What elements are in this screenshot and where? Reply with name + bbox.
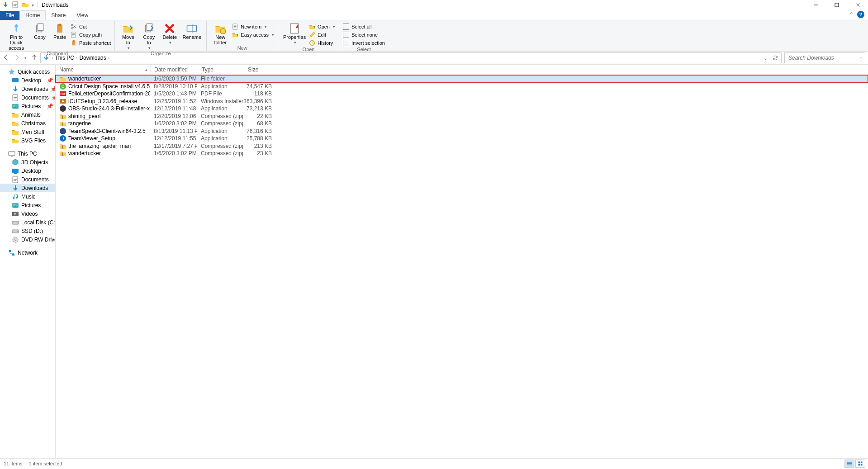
- easy-access-icon: [232, 32, 238, 38]
- file-row[interactable]: the_amazing_spider_man12/17/2019 7:27 PM…: [56, 142, 868, 150]
- file-row[interactable]: TeamViewer_Setup12/12/2019 11:55 ...Appl…: [56, 135, 868, 142]
- nav-pc-item[interactable]: Local Disk (C:): [0, 218, 55, 227]
- nav-quick-item[interactable]: Downloads📌: [0, 85, 55, 93]
- nav-pc-item[interactable]: DVD RW Drive (I:) R(: [0, 235, 55, 244]
- nav-quick-item[interactable]: Pictures📌: [0, 102, 55, 110]
- easy-access-button[interactable]: Easy access▾: [232, 31, 274, 38]
- qat-folder-icon[interactable]: [22, 1, 29, 9]
- cell-size: 74,547 KB: [243, 83, 275, 90]
- view-details-button[interactable]: [844, 460, 854, 468]
- select-all-button[interactable]: Select all: [343, 23, 385, 30]
- nav-item-label: Downloads: [21, 185, 48, 191]
- msi-icon: [59, 98, 66, 105]
- qat-file-icon[interactable]: [12, 1, 19, 9]
- close-button[interactable]: [847, 0, 868, 10]
- cell-date: 12/17/2019 7:27 PM: [150, 143, 197, 149]
- optical-icon: [12, 236, 19, 243]
- nav-quick-item[interactable]: Documents📌: [0, 93, 55, 102]
- search-box[interactable]: [784, 52, 865, 63]
- nav-pc-item[interactable]: Desktop: [0, 166, 55, 175]
- tab-file[interactable]: File: [0, 11, 19, 20]
- copy-to-button[interactable]: Copy to▾: [139, 22, 158, 51]
- nav-pc-item[interactable]: Videos: [0, 209, 55, 218]
- nav-pc-item[interactable]: Pictures: [0, 201, 55, 209]
- file-row[interactable]: wandertucker1/6/2020 9:59 PMFile folder: [56, 75, 868, 83]
- invert-selection-button[interactable]: Invert selection: [343, 39, 385, 47]
- nav-pc-item[interactable]: Music: [0, 192, 55, 201]
- header-type[interactable]: Type: [198, 65, 244, 75]
- nav-this-pc[interactable]: This PC: [0, 149, 55, 158]
- tab-view[interactable]: View: [71, 11, 94, 20]
- header-name[interactable]: Name▴: [56, 65, 151, 75]
- tab-home[interactable]: Home: [19, 10, 46, 20]
- ribbon-collapse-icon[interactable]: ⌃: [849, 11, 854, 18]
- properties-button[interactable]: Properties▾: [282, 22, 307, 45]
- documents-icon: [12, 94, 19, 101]
- cell-date: 8/13/2019 11:13 PM: [150, 128, 197, 134]
- nav-pc-item[interactable]: Downloads: [0, 184, 55, 192]
- copy-icon: [33, 23, 47, 34]
- nav-pc-item[interactable]: Documents: [0, 175, 55, 184]
- qat-customize-icon[interactable]: ▾: [32, 3, 34, 8]
- maximize-button[interactable]: [826, 0, 847, 10]
- paste-shortcut-icon: [71, 40, 77, 46]
- move-to-button[interactable]: Move to▾: [119, 22, 138, 51]
- select-none-button[interactable]: Select none: [343, 31, 385, 38]
- nav-item-label: Pictures: [21, 202, 41, 208]
- search-input[interactable]: [787, 54, 858, 62]
- file-row[interactable]: wandertucker1/6/2020 3:02 PMCompressed (…: [56, 150, 868, 157]
- header-size[interactable]: Size: [244, 65, 273, 75]
- file-row[interactable]: TeamSpeak3-Client-win64-3.2.58/13/2019 1…: [56, 128, 868, 135]
- file-row[interactable]: OBS-Studio-24.0.3-Full-Installer-x6412/1…: [56, 105, 868, 113]
- copy-path-button[interactable]: Copy path: [71, 31, 111, 38]
- view-large-icons-button[interactable]: [855, 460, 865, 468]
- paste-button[interactable]: Paste: [51, 22, 69, 40]
- nav-quick-item[interactable]: Christmas: [0, 119, 55, 128]
- nav-quick-item[interactable]: Desktop📌: [0, 76, 55, 85]
- nav-quick-item[interactable]: SVG Files: [0, 136, 55, 145]
- navigation-pane[interactable]: Quick access Desktop📌Downloads📌Documents…: [0, 65, 56, 458]
- qat-down-arrow-icon[interactable]: [2, 1, 9, 9]
- nav-item-label: Music: [21, 194, 35, 200]
- nav-pc-item[interactable]: 3D Objects: [0, 158, 55, 166]
- minimize-button[interactable]: [806, 0, 826, 10]
- nav-quick-item[interactable]: Animals: [0, 110, 55, 119]
- file-name: TeamViewer_Setup: [68, 135, 115, 142]
- file-row[interactable]: FolioLetterDepositConfirmation-2020010..…: [56, 90, 868, 98]
- folder-icon: [59, 75, 66, 82]
- file-row[interactable]: shining_pearl12/20/2019 12:06 ...Compres…: [56, 113, 868, 120]
- file-row[interactable]: tangerine1/6/2020 3:02 PMCompressed (zip…: [56, 120, 868, 128]
- 3d-icon: [12, 159, 19, 166]
- nav-item-label: SVG Files: [21, 137, 46, 144]
- cell-name: wandertucker: [56, 150, 150, 157]
- help-icon[interactable]: ?: [857, 11, 864, 18]
- cell-size: 118 KB: [243, 90, 275, 97]
- new-folder-button[interactable]: New folder: [210, 22, 230, 45]
- nav-network[interactable]: Network: [0, 248, 55, 257]
- header-date-modified[interactable]: Date modified: [151, 65, 198, 75]
- file-row[interactable]: Cricut Design Space Install v4.6.58/28/2…: [56, 83, 868, 90]
- tab-share[interactable]: Share: [46, 11, 71, 20]
- delete-button[interactable]: Delete▾: [160, 22, 179, 45]
- history-button[interactable]: History: [309, 39, 335, 47]
- status-item-count: 11 items: [4, 461, 23, 466]
- refresh-button[interactable]: [771, 55, 779, 61]
- new-item-button[interactable]: New item▾: [232, 23, 274, 30]
- file-row[interactable]: iCUESetup_3.23.66_release12/25/2019 11:5…: [56, 98, 868, 105]
- edit-button[interactable]: Edit: [309, 31, 335, 38]
- cell-name: shining_pearl: [56, 113, 150, 120]
- nav-quick-access[interactable]: Quick access: [0, 67, 55, 76]
- nav-quick-item[interactable]: Men Stuff: [0, 128, 55, 136]
- paste-shortcut-button[interactable]: Paste shortcut: [71, 39, 111, 47]
- cell-name: TeamViewer_Setup: [56, 135, 150, 142]
- zip-icon: [59, 113, 66, 120]
- copy-button[interactable]: Copy: [31, 22, 49, 40]
- nav-pc-item[interactable]: SSD (D:): [0, 227, 55, 235]
- file-rows[interactable]: wandertucker1/6/2020 9:59 PMFile folderC…: [56, 75, 868, 458]
- cut-button[interactable]: Cut: [71, 23, 111, 30]
- rename-button[interactable]: Rename: [181, 22, 203, 40]
- address-dropdown-icon[interactable]: ⌄: [761, 56, 769, 61]
- open-button[interactable]: Open▾: [309, 23, 335, 30]
- pin-to-quick-access-button[interactable]: Pin to Quick access: [4, 22, 29, 51]
- cell-date: 12/20/2019 12:06 ...: [150, 113, 197, 119]
